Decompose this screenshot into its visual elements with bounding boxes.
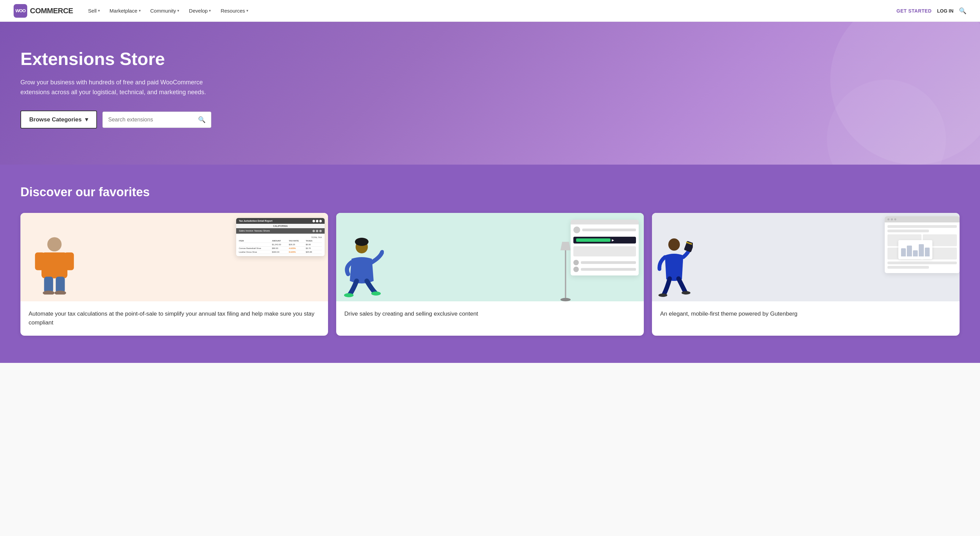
theme-illustration [652, 213, 959, 301]
chevron-down-icon: ▾ [98, 8, 100, 13]
hero-title: Extensions Store [21, 49, 959, 70]
invoice-column-headers: ITEM AMOUNT TAX RATE TAXES [239, 239, 322, 243]
cards-grid: Tax Jurisdiction Detail Report ⬤ ⬤ ⬤ CAL… [21, 213, 959, 336]
get-started-button[interactable]: GET STARTED [897, 8, 932, 14]
content-card-image: ▶ [336, 213, 644, 301]
card-person-figure [655, 235, 693, 300]
content-illustration: ▶ [336, 213, 644, 301]
browser-dot-3 [894, 218, 896, 220]
progress-bar [576, 238, 611, 242]
chevron-down-icon: ▾ [247, 8, 248, 13]
favorites-title: Discover our favorites [21, 185, 959, 199]
dashboard-progress-area: ▶ [571, 235, 639, 245]
svg-point-19 [682, 291, 690, 295]
invoice-data-row-2: Leather Dress Shoe $300.00 8.625% $25.88 [239, 250, 322, 254]
theme-extension-card[interactable]: An elegant, mobile-first theme powered b… [652, 213, 959, 336]
favorites-section: Discover our favorites [0, 165, 980, 363]
content-block [573, 246, 636, 257]
browser-dot-2 [891, 218, 893, 220]
invoice-body: TOTAL TAX ITEM AMOUNT TAX RATE TAXES $1,… [236, 234, 325, 256]
theme-card-description: An elegant, mobile-first theme powered b… [660, 309, 951, 318]
dash-row-3 [573, 266, 636, 273]
person-figure [30, 227, 78, 295]
browser-line-4 [888, 266, 929, 269]
dashboard-row-1 [571, 224, 639, 235]
hero-description: Grow your business with hundreds of free… [21, 78, 211, 97]
small-avatar [573, 260, 579, 265]
login-button[interactable]: LOG IN [937, 8, 953, 14]
tax-card-body: Automate your tax calculations at the po… [21, 301, 328, 336]
nav-item-develop[interactable]: Develop ▾ [185, 5, 215, 16]
dashboard-rows [571, 258, 639, 276]
invoice-state: CALIFORNIA [236, 224, 325, 228]
chart-bars [901, 243, 930, 257]
logo-link[interactable]: WOO COMMERCE [14, 4, 73, 18]
chevron-down-icon: ▾ [85, 116, 88, 123]
invoice-header: Tax Jurisdiction Detail Report ⬤ ⬤ ⬤ [236, 218, 325, 224]
chart-bar-3 [913, 250, 918, 257]
chart-bar-5 [925, 247, 930, 257]
svg-rect-5 [56, 277, 65, 293]
hero-section: Extensions Store Grow your business with… [0, 22, 980, 165]
svg-point-11 [355, 238, 369, 246]
theme-card-image [652, 213, 959, 301]
chevron-down-icon: ▾ [177, 8, 179, 13]
browser-bar [885, 216, 959, 222]
chevron-down-icon: ▾ [209, 8, 211, 13]
content-card-description: Drive sales by creating and selling excl… [344, 309, 636, 318]
invoice-total-row: $1,242.00 $26.25 $0.00 [239, 243, 322, 247]
nav-item-marketplace[interactable]: Marketplace ▾ [105, 5, 145, 16]
chart-bar-4 [919, 244, 924, 257]
nav-actions: GET STARTED LOG IN 🔍 [897, 7, 966, 14]
svg-rect-12 [565, 250, 566, 298]
svg-point-9 [344, 293, 353, 297]
search-icon[interactable]: 🔍 [198, 116, 205, 124]
svg-point-10 [371, 292, 381, 295]
text-line-2 [581, 268, 636, 271]
invoice-sub-header: Sales Invoice: Nassau Shoes ⬤ ⬤ ⬤ [236, 228, 325, 234]
nav-item-resources[interactable]: Resources ▾ [216, 5, 253, 16]
svg-marker-14 [560, 242, 571, 250]
lamp-figure [559, 240, 572, 301]
tax-card-description: Automate your tax calculations at the po… [29, 309, 320, 328]
tax-illustration: Tax Jurisdiction Detail Report ⬤ ⬤ ⬤ CAL… [21, 213, 328, 301]
svg-rect-4 [44, 277, 53, 293]
content-extension-card[interactable]: ▶ [336, 213, 644, 336]
search-extensions-input[interactable] [108, 117, 195, 123]
dash-row-2 [573, 259, 636, 266]
content-card-body: Drive sales by creating and selling excl… [336, 301, 644, 327]
svg-rect-2 [35, 252, 45, 270]
chart-widget [898, 240, 932, 259]
brand-name: COMMERCE [30, 6, 73, 15]
browser-line-2 [888, 230, 929, 232]
avatar-placeholder [573, 227, 580, 233]
browse-categories-button[interactable]: Browse Categories ▾ [21, 111, 97, 128]
running-person-figure [343, 237, 384, 298]
chart-bar-2 [907, 246, 912, 257]
text-line [581, 261, 636, 264]
nav-item-sell[interactable]: Sell ▾ [84, 5, 104, 16]
hero-controls: Browse Categories ▾ 🔍 [21, 111, 959, 128]
nav-menu: Sell ▾ Marketplace ▾ Community ▾ Develop… [84, 5, 897, 16]
invoice-widget: Tax Jurisdiction Detail Report ⬤ ⬤ ⬤ CAL… [236, 218, 325, 256]
svg-point-13 [560, 298, 571, 301]
browser-line-3 [888, 262, 957, 264]
browser-line-1 [888, 225, 957, 228]
svg-rect-1 [41, 252, 67, 278]
chevron-down-icon: ▾ [139, 8, 141, 13]
dashboard-top-bar [571, 220, 639, 224]
dashboard-widget: ▶ [571, 220, 639, 276]
nav-item-community[interactable]: Community ▾ [146, 5, 184, 16]
theme-card-body: An elegant, mobile-first theme powered b… [652, 301, 959, 327]
browser-dot-1 [888, 218, 889, 220]
svg-point-0 [47, 237, 62, 251]
svg-rect-3 [64, 252, 74, 270]
invoice-data-row-1: Canvas Basketball Shoe $80.00 4.625% $3.… [239, 247, 322, 250]
search-icon[interactable]: 🔍 [959, 7, 966, 14]
chart-bar-1 [901, 248, 906, 257]
tax-extension-card[interactable]: Tax Jurisdiction Detail Report ⬤ ⬤ ⬤ CAL… [21, 213, 328, 336]
search-extensions-box: 🔍 [102, 111, 211, 128]
total-tax-label: TOTAL TAX [239, 236, 322, 239]
svg-point-15 [668, 238, 680, 251]
svg-point-18 [659, 293, 667, 297]
